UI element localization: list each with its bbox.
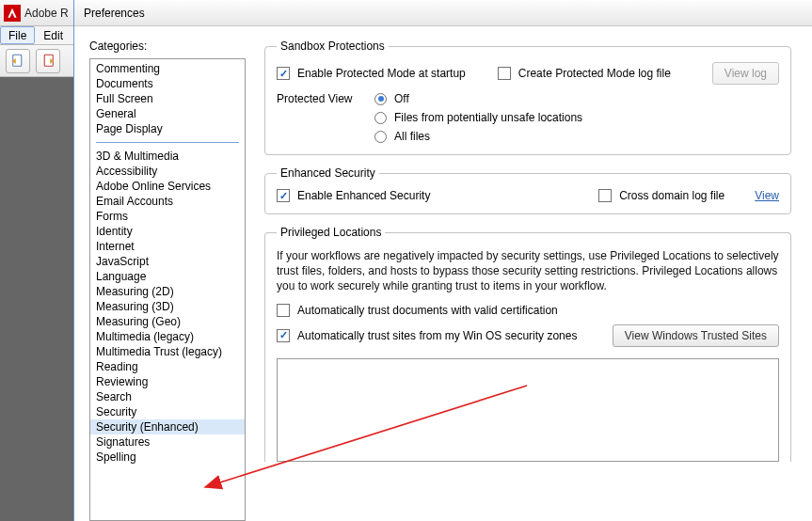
view-log-button[interactable]: View log	[712, 62, 779, 85]
category-item[interactable]: Identity	[90, 224, 245, 239]
category-item[interactable]: Page Display	[90, 121, 245, 136]
category-item[interactable]: Full Screen	[90, 91, 245, 106]
pv-radio-unsafe[interactable]	[374, 112, 387, 124]
pv-label-off: Off	[394, 92, 409, 105]
preferences-content: Sandbox Protections Enable Protected Mod…	[264, 39, 797, 521]
category-item[interactable]: Reading	[90, 359, 245, 374]
category-item[interactable]: Documents	[90, 76, 245, 91]
toolbar-icon-page-left[interactable]	[6, 49, 30, 73]
preferences-titlebar: Preferences	[74, 0, 812, 26]
auto-trust-zones-checkbox[interactable]	[277, 329, 290, 342]
category-item[interactable]: JavaScript	[90, 254, 245, 269]
category-item[interactable]: Security	[90, 404, 245, 419]
create-pm-log-checkbox[interactable]	[498, 67, 511, 80]
auto-trust-cert-label: Automatically trust documents with valid…	[297, 304, 558, 317]
sandbox-legend: Sandbox Protections	[277, 39, 389, 53]
auto-trust-cert-checkbox[interactable]	[277, 304, 290, 317]
category-item[interactable]: Reviewing	[90, 374, 245, 389]
app-menubar: File Edit	[0, 26, 73, 45]
privileged-legend: Privileged Locations	[277, 226, 385, 239]
pv-label-all: All files	[394, 130, 430, 143]
privileged-desc: If your workflows are negatively impacte…	[277, 248, 779, 294]
create-pm-log-label: Create Protected Mode log file	[518, 67, 671, 80]
enhanced-legend: Enhanced Security	[277, 166, 379, 180]
trusted-sites-list[interactable]	[277, 358, 779, 462]
menu-file[interactable]: File	[0, 26, 35, 44]
toolbar-icon-page-right[interactable]	[36, 49, 60, 73]
app-titlebar: Adobe R	[0, 0, 73, 26]
category-item[interactable]: Commenting	[90, 61, 245, 76]
category-item[interactable]: Security (Enhanced)	[90, 419, 245, 434]
category-item[interactable]: Multimedia (legacy)	[90, 329, 245, 344]
category-item[interactable]: Measuring (2D)	[90, 284, 245, 299]
category-item[interactable]: Search	[90, 389, 245, 404]
enable-enhanced-label: Enable Enhanced Security	[297, 189, 430, 202]
pv-radio-off[interactable]	[374, 93, 387, 105]
category-item[interactable]: Forms	[90, 209, 245, 224]
pv-radio-all[interactable]	[374, 131, 387, 143]
enable-protected-mode-checkbox[interactable]	[277, 67, 290, 80]
category-item[interactable]: Spelling	[90, 450, 245, 465]
auto-trust-zones-label: Automatically trust sites from my Win OS…	[297, 329, 577, 342]
app-title: Adobe R	[24, 7, 69, 20]
category-item[interactable]: Email Accounts	[90, 194, 245, 209]
category-item[interactable]: Accessibility	[90, 164, 245, 179]
cross-domain-log-label: Cross domain log file	[619, 189, 724, 202]
enhanced-security-group: Enhanced Security Enable Enhanced Securi…	[264, 166, 791, 214]
category-item[interactable]: Signatures	[90, 434, 245, 450]
categories-list[interactable]: CommentingDocumentsFull ScreenGeneralPag…	[89, 58, 246, 521]
category-item[interactable]: Measuring (Geo)	[90, 314, 245, 329]
privileged-locations-group: Privileged Locations If your workflows a…	[264, 226, 791, 462]
pv-label-unsafe: Files from potentially unsafe locations	[394, 111, 582, 124]
preferences-dialog: Preferences Categories: CommentingDocume…	[73, 0, 812, 521]
category-item[interactable]: Internet	[90, 239, 245, 254]
category-item[interactable]: Adobe Online Services	[90, 179, 245, 194]
category-item[interactable]: Language	[90, 269, 245, 284]
category-item[interactable]: Measuring (3D)	[90, 299, 245, 314]
enable-protected-mode-label: Enable Protected Mode at startup	[297, 67, 466, 80]
category-item[interactable]: 3D & Multimedia	[90, 149, 245, 164]
categories-panel: Categories: CommentingDocumentsFull Scre…	[89, 39, 246, 521]
categories-label: Categories:	[89, 39, 246, 53]
protected-view-label: Protected View	[277, 92, 367, 105]
category-divider	[96, 142, 239, 143]
preferences-title: Preferences	[84, 7, 145, 20]
enable-enhanced-checkbox[interactable]	[277, 189, 290, 202]
app-logo-icon	[4, 5, 21, 22]
app-toolbar	[0, 45, 73, 77]
sandbox-group: Sandbox Protections Enable Protected Mod…	[264, 39, 791, 155]
cross-domain-log-checkbox[interactable]	[598, 189, 612, 202]
view-windows-trusted-sites-button[interactable]: View Windows Trusted Sites	[613, 324, 779, 347]
category-item[interactable]: General	[90, 106, 245, 121]
menu-edit[interactable]: Edit	[35, 26, 72, 44]
category-item[interactable]: Multimedia Trust (legacy)	[90, 344, 245, 359]
view-link[interactable]: View	[755, 189, 779, 202]
